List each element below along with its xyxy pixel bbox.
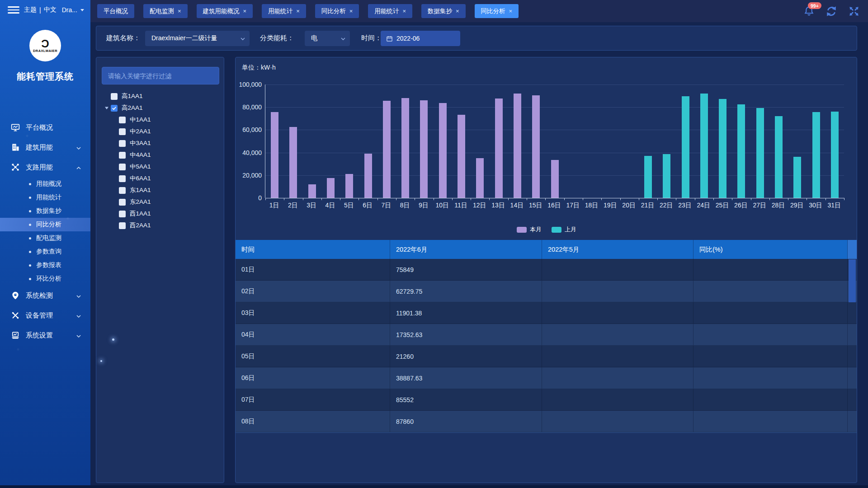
tree-node-高2AA1[interactable]: 高2AA1 xyxy=(96,102,225,114)
chevron-down-icon xyxy=(76,333,81,340)
checkbox-西1AA1[interactable] xyxy=(119,211,126,217)
x-axis-tick xyxy=(545,198,546,200)
sidebar-item-系统检测[interactable]: 系统检测 xyxy=(0,286,90,305)
x-axis-label: 8日 xyxy=(396,202,415,210)
bar-本月-9日 xyxy=(420,100,428,198)
chevron-down-icon xyxy=(76,293,81,300)
table-scrollbar-thumb[interactable] xyxy=(849,259,856,302)
tab-数据集抄[interactable]: 数据集抄× xyxy=(421,4,466,18)
tree-node-中4AA1[interactable]: 中4AA1 xyxy=(96,149,225,161)
checkbox-东1AA1[interactable] xyxy=(119,187,126,194)
notification-bell-icon[interactable]: 99+ xyxy=(803,5,815,17)
checkbox-中4AA1[interactable] xyxy=(119,152,126,159)
tree-node-中1AA1[interactable]: 中1AA1 xyxy=(96,114,225,126)
tree-node-中2AA1[interactable]: 中2AA1 xyxy=(96,126,225,137)
bar-上月-25日 xyxy=(719,99,726,198)
notification-badge: 99+ xyxy=(808,2,821,9)
tab-用能统计[interactable]: 用能统计× xyxy=(262,4,306,18)
building-select[interactable]: Draexlmaier一二级计量 xyxy=(145,31,250,46)
tab-配电监测[interactable]: 配电监测× xyxy=(143,4,188,18)
sidebar-subitem-用能统计[interactable]: 用能统计 xyxy=(0,191,90,204)
tree-node-西1AA1[interactable]: 西1AA1 xyxy=(96,208,225,220)
table-header: 时间2022年6月2022年5月同比(%) xyxy=(236,240,857,259)
table-row: 02日62729.75 xyxy=(236,281,857,302)
tab-label: 用能统计 xyxy=(374,7,399,15)
checkbox-高2AA1[interactable] xyxy=(111,105,118,112)
user-menu[interactable]: Dra... xyxy=(62,6,85,14)
tree-filter-input[interactable] xyxy=(102,67,219,84)
branch-icon xyxy=(11,163,20,172)
x-axis-label: 1日 xyxy=(265,202,284,210)
refresh-icon[interactable] xyxy=(826,5,837,17)
tree-list: 高1AA1高2AA1中1AA1中2AA1中3AA1中4AA1中5AA1中6AA1… xyxy=(96,90,225,231)
time-input[interactable]: 2022-06 xyxy=(381,31,460,46)
tree-node-中5AA1[interactable]: 中5AA1 xyxy=(96,161,225,173)
tab-close-icon[interactable]: × xyxy=(509,8,513,14)
checkbox-中3AA1[interactable] xyxy=(119,140,126,147)
checkbox-中5AA1[interactable] xyxy=(119,164,126,170)
energy-select[interactable]: 电 xyxy=(305,31,350,46)
tree-node-label: 中4AA1 xyxy=(130,151,151,159)
tree-node-高1AA1[interactable]: 高1AA1 xyxy=(96,90,225,102)
sidebar-item-系统设置[interactable]: 系统设置 xyxy=(0,325,90,345)
x-axis-label: 10日 xyxy=(433,202,452,210)
checkbox-高1AA1[interactable] xyxy=(111,93,118,100)
tab-close-icon[interactable]: × xyxy=(178,8,181,14)
sidebar-item-平台概况[interactable]: 平台概况 xyxy=(0,117,90,137)
tree-node-中3AA1[interactable]: 中3AA1 xyxy=(96,137,225,149)
tree-node-东1AA1[interactable]: 东1AA1 xyxy=(96,184,225,196)
tree-node-东2AA1[interactable]: 东2AA1 xyxy=(96,196,225,208)
table-cell: 11901.38 xyxy=(390,302,542,324)
tab-平台概况[interactable]: 平台概况 xyxy=(97,4,134,18)
table-cell xyxy=(693,411,848,432)
tab-同比分析[interactable]: 同比分析× xyxy=(315,4,359,18)
checkbox-中2AA1[interactable] xyxy=(119,128,126,135)
legend-item-上月[interactable]: 上月 xyxy=(552,225,576,234)
bar-上月-21日 xyxy=(644,156,652,198)
x-axis-label: 21日 xyxy=(638,202,657,210)
tab-用能统计[interactable]: 用能统计× xyxy=(368,4,412,18)
tab-close-icon[interactable]: × xyxy=(243,8,247,14)
fullscreen-icon[interactable] xyxy=(848,5,860,17)
x-axis-label: 13日 xyxy=(489,202,508,210)
tab-同比分析[interactable]: 同比分析× xyxy=(475,4,519,18)
filter-panel: 建筑名称： Draexlmaier一二级计量 分类能耗： 电 时间： 2022-… xyxy=(96,26,857,51)
theme-label[interactable]: 主题 xyxy=(24,6,37,14)
checkbox-中6AA1[interactable] xyxy=(119,175,126,182)
tree-node-label: 中5AA1 xyxy=(130,163,151,171)
sidebar: 主题 | 中文 Dra... Ɔ DRAXLMAIER 能耗管理系统 平台概况建… xyxy=(0,0,90,485)
legend-item-本月[interactable]: 本月 xyxy=(517,225,542,234)
table-row-gutter xyxy=(848,346,857,367)
table-cell xyxy=(693,302,848,324)
language-label[interactable]: 中文 xyxy=(44,6,57,14)
sidebar-subitem-数据集抄[interactable]: 数据集抄 xyxy=(0,204,90,218)
sidebar-subitem-同比分析[interactable]: 同比分析 xyxy=(0,218,90,231)
sidebar-subitem-配电监测[interactable]: 配电监测 xyxy=(0,231,90,245)
tab-close-icon[interactable]: × xyxy=(456,8,459,14)
sidebar-subitem-参数查询[interactable]: 参数查询 xyxy=(0,245,90,258)
checkbox-东2AA1[interactable] xyxy=(119,199,126,206)
tab-close-icon[interactable]: × xyxy=(296,8,300,14)
table-row: 01日75849 xyxy=(236,259,857,281)
tree-node-西2AA1[interactable]: 西2AA1 xyxy=(96,220,225,231)
sidebar-item-支路用能[interactable]: 支路用能 xyxy=(0,157,90,177)
tab-close-icon[interactable]: × xyxy=(402,8,406,14)
checkbox-西2AA1[interactable] xyxy=(119,222,126,229)
tab-close-icon[interactable]: × xyxy=(349,8,353,14)
tab-建筑用能概况[interactable]: 建筑用能概况× xyxy=(197,4,253,18)
bullet-icon xyxy=(29,183,31,185)
tree-node-中6AA1[interactable]: 中6AA1 xyxy=(96,173,225,184)
x-axis-tick xyxy=(713,198,714,200)
sidebar-item-label: 系统检测 xyxy=(26,291,53,300)
sidebar-item-建筑用能[interactable]: 建筑用能 xyxy=(0,137,90,157)
x-axis-label: 14日 xyxy=(507,202,526,210)
sidebar-item-设备管理[interactable]: 设备管理 xyxy=(0,305,90,325)
tree-expand-icon[interactable] xyxy=(103,106,111,110)
checkbox-中1AA1[interactable] xyxy=(119,117,126,123)
sidebar-subitem-参数报表[interactable]: 参数报表 xyxy=(0,258,90,272)
sidebar-subitem-用能概况[interactable]: 用能概况 xyxy=(0,177,90,191)
sidebar-subitem-环比分析[interactable]: 环比分析 xyxy=(0,272,90,286)
hamburger-menu-icon[interactable] xyxy=(8,5,19,16)
chart-unit-label: 单位：kW·h xyxy=(242,64,276,72)
table-cell: 87860 xyxy=(390,411,542,432)
